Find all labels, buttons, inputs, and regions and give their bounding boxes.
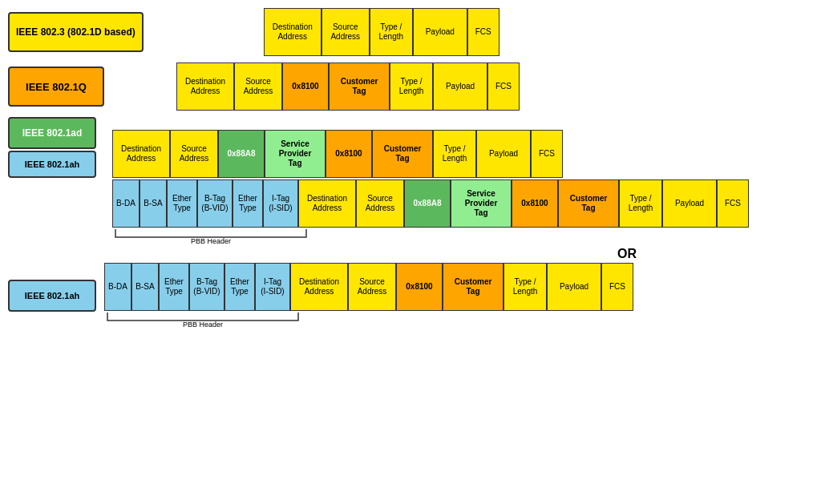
pbb-header-label-1: PBB Header — [191, 237, 231, 245]
cell-payload: Payload — [413, 8, 467, 56]
pbb-header-section-2: B-DA B-SA EtherType B-Tag (B-VID) EtherT… — [104, 263, 633, 329]
cell-customer-tag-q: CustomerTag — [329, 62, 390, 111]
row-ieee8021ah-pbb: B-DA B-SA EtherType B-Tag (B-VID) EtherT… — [8, 179, 813, 245]
cell-dest-ah2: DestinationAddress — [290, 263, 348, 311]
pbb-plus-main-cells: B-DA B-SA EtherType B-Tag (B-VID) EtherT… — [112, 179, 749, 228]
cell-ether-type-2: EtherType — [233, 179, 263, 228]
label-ieee8023: IEEE 802.3 (802.1D based) — [8, 12, 144, 52]
cell-customer-tag-ah2: CustomerTag — [443, 263, 504, 311]
label-ieee8021ad: IEEE 802.1ad — [8, 117, 96, 149]
cell-0x88a8-ah1: 0x88A8 — [404, 179, 451, 228]
cell-fcs-ad: FCS — [531, 130, 563, 178]
row-ieee8021q: IEEE 802.1Q DestinationAddress SourceAdd… — [8, 62, 813, 111]
cell-0x8100-q: 0x8100 — [282, 62, 329, 111]
cell-sp-tag-ad: ServiceProviderTag — [265, 130, 326, 178]
cell-type-length-ah1: Type /Length — [619, 179, 662, 228]
cell-type-length-ad: Type /Length — [433, 130, 476, 178]
cell-sp-tag-ah1: ServiceProviderTag — [451, 179, 512, 228]
pbb-brace-1: PBB Header — [112, 228, 309, 245]
frames-ieee8021ad: DestinationAddress SourceAddress 0x88A8 … — [112, 130, 563, 178]
cell-payload-ad: Payload — [476, 130, 531, 178]
cell-src-ah2: SourceAddress — [348, 263, 396, 311]
cell-0x8100-ah2: 0x8100 — [396, 263, 443, 311]
cell-type-length-q: Type /Length — [390, 62, 433, 111]
combined-labels-ad-ah: IEEE 802.1ad IEEE 802.1ah — [8, 117, 104, 178]
label-ieee8021q: IEEE 802.1Q — [8, 67, 104, 107]
row-ieee8021ad: IEEE 802.1ad IEEE 802.1ah DestinationAdd… — [8, 117, 813, 178]
cell-ether-type-3: EtherType — [159, 263, 189, 311]
cell-fcs-q: FCS — [487, 62, 520, 111]
cell-src-addr: SourceAddress — [322, 8, 370, 56]
pbb-plus-main-cells-2: B-DA B-SA EtherType B-Tag (B-VID) EtherT… — [104, 263, 633, 311]
cell-fcs-ah1: FCS — [717, 179, 749, 228]
row-ieee8021ah-2: IEEE 802.1ah B-DA B-SA EtherType B-Tag (… — [8, 263, 813, 329]
cell-type-length: Type /Length — [370, 8, 413, 56]
cell-bda: B-DA — [112, 179, 140, 228]
cell-bsa: B-SA — [140, 179, 167, 228]
cell-bda-2: B-DA — [104, 263, 131, 311]
row-ieee8023: IEEE 802.3 (802.1D based) DestinationAdd… — [8, 8, 813, 56]
cell-bsa-2: B-SA — [131, 263, 159, 311]
pbb-header-label-2: PBB Header — [183, 321, 223, 329]
cell-dest-addr: DestinationAddress — [264, 8, 322, 56]
cell-btag-2: B-Tag (B-VID) — [189, 263, 224, 311]
cell-itag: I-Tag(I-SID) — [263, 179, 298, 228]
cell-0x8100-ad: 0x8100 — [326, 130, 372, 178]
cell-0x88a8-ad: 0x88A8 — [218, 130, 265, 178]
cell-src-addr-q: SourceAddress — [234, 62, 282, 111]
cell-ether-type-4: EtherType — [224, 263, 255, 311]
cell-payload-ah1: Payload — [662, 179, 717, 228]
cell-payload-ah2: Payload — [547, 263, 601, 311]
label-ieee8021ah-1: IEEE 802.1ah — [8, 151, 96, 178]
frames-ieee8021q: DestinationAddress SourceAddress 0x8100 … — [176, 62, 520, 111]
cell-customer-tag-ah1: CustomerTag — [558, 179, 619, 228]
cell-dest-ah1: DestinationAddress — [298, 179, 356, 228]
cell-ether-type-1: EtherType — [167, 179, 197, 228]
cell-type-length-ah2: Type /Length — [504, 263, 547, 311]
cell-itag-2: I-Tag(I-SID) — [255, 263, 290, 311]
label-ieee8021ah-2: IEEE 802.1ah — [8, 280, 96, 312]
cell-fcs: FCS — [467, 8, 499, 56]
cell-customer-tag-ad: CustomerTag — [372, 130, 433, 178]
main-diagram: IEEE 802.3 (802.1D based) DestinationAdd… — [0, 0, 821, 338]
cell-payload-q: Payload — [433, 62, 487, 111]
cell-dest-addr-q: DestinationAddress — [176, 62, 234, 111]
or-label: OR — [8, 247, 813, 261]
cell-dest-addr-ad: DestinationAddress — [112, 130, 170, 178]
cell-src-ah1: SourceAddress — [356, 179, 404, 228]
frames-ieee8023: DestinationAddress SourceAddress Type /L… — [264, 8, 499, 56]
cell-fcs-ah2: FCS — [601, 263, 633, 311]
cell-src-addr-ad: SourceAddress — [170, 130, 218, 178]
pbb-brace-2: PBB Header — [104, 311, 301, 329]
cell-0x8100-ah1: 0x8100 — [512, 179, 558, 228]
cell-btag: B-Tag (B-VID) — [197, 179, 233, 228]
pbb-header-section: B-DA B-SA EtherType B-Tag (B-VID) EtherT… — [112, 179, 749, 245]
